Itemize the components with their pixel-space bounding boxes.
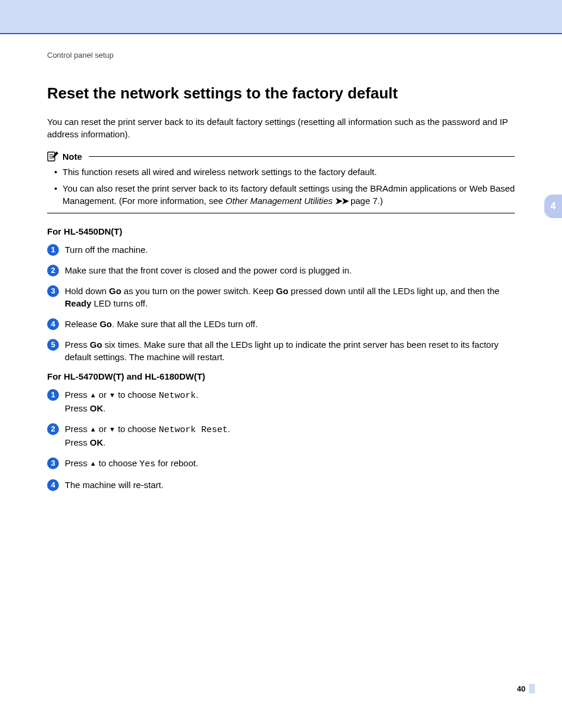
chapter-tab: 4: [544, 195, 562, 218]
page-number: 40: [517, 684, 525, 693]
note-icon: [47, 151, 59, 162]
up-arrow-icon: ▲: [90, 426, 97, 433]
section-b-steps: 1 Press ▲ or ▼ to choose Network. Press …: [47, 388, 515, 491]
step-number-icon: 3: [47, 457, 59, 469]
step-b1: 1 Press ▲ or ▼ to choose Network. Press …: [47, 388, 515, 414]
step-number-icon: 2: [47, 423, 59, 435]
section-a-head: For HL-5450DN(T): [47, 226, 515, 236]
step-number-icon: 5: [47, 339, 59, 351]
step-b3: 3 Press ▲ to choose Yes for reboot.: [47, 457, 515, 470]
note-item-1: This function resets all wired and wirel…: [54, 166, 515, 178]
page-body: Control panel setup Reset the network se…: [0, 34, 562, 491]
note-item-2: You can also reset the print server back…: [54, 183, 515, 207]
note-rule-bottom: [47, 213, 515, 213]
note-block: Note This function resets all wired and …: [47, 151, 515, 207]
up-arrow-icon: ▲: [90, 392, 97, 398]
step-number-icon: 1: [47, 244, 59, 256]
page-footer: 40: [517, 684, 535, 693]
header-bar: [0, 0, 562, 33]
step-number-icon: 1: [47, 389, 59, 401]
step-a3: 3 Hold down Go as you turn on the power …: [47, 285, 515, 309]
note-label: Note: [62, 151, 82, 162]
section-a-steps: 1 Turn off the machine. 2 Make sure that…: [47, 243, 515, 363]
step-a5: 5 Press Go six times. Make sure that all…: [47, 338, 515, 363]
step-number-icon: 4: [47, 318, 59, 330]
down-arrow-icon: ▼: [109, 426, 115, 433]
step-b4: 4 The machine will re-start.: [47, 479, 515, 491]
footer-bar-icon: [529, 684, 535, 693]
page-title: Reset the network settings to the factor…: [47, 84, 515, 103]
step-number-icon: 4: [47, 479, 59, 491]
step-b2: 2 Press ▲ or ▼ to choose Network Reset. …: [47, 423, 515, 449]
step-number-icon: 2: [47, 265, 59, 276]
step-a4: 4 Release Go. Make sure that all the LED…: [47, 318, 515, 330]
xref-arrows-icon: ➤➤: [335, 196, 348, 206]
step-a1: 1 Turn off the machine.: [47, 243, 515, 256]
down-arrow-icon: ▼: [109, 392, 115, 398]
breadcrumb: Control panel setup: [47, 51, 515, 60]
step-number-icon: 3: [47, 285, 59, 297]
step-a2: 2 Make sure that the front cover is clos…: [47, 264, 515, 276]
note-rule-top: [89, 156, 515, 157]
section-b-head: For HL-5470DW(T) and HL-6180DW(T): [47, 371, 515, 381]
intro-text: You can reset the print server back to i…: [47, 116, 515, 140]
up-arrow-icon: ▲: [90, 460, 97, 467]
